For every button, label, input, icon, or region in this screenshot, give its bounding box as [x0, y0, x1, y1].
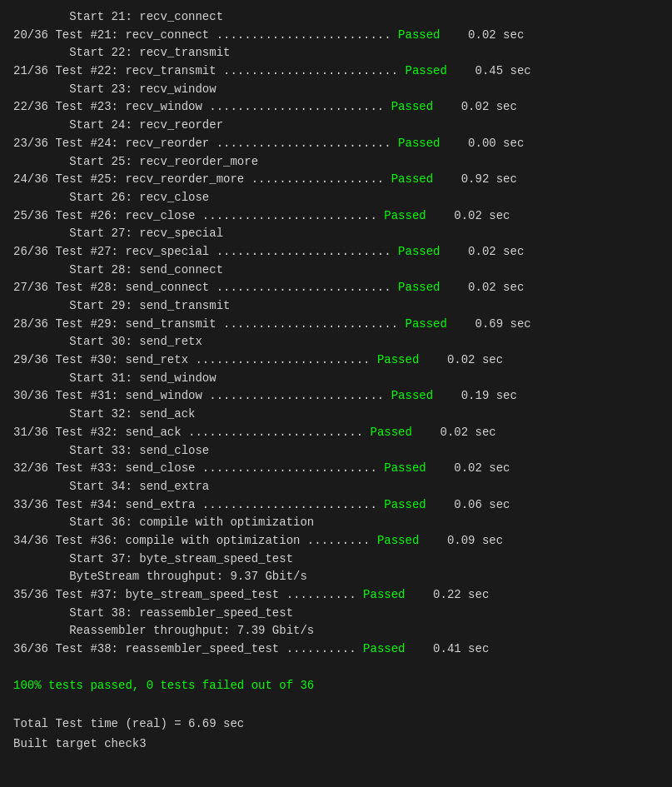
test-time: 0.02 sec	[426, 209, 510, 222]
test-info: 22/36 Test #23: recv_window ............…	[13, 100, 391, 113]
start-line: Start 24: recv_reorder	[13, 117, 659, 135]
throughput-line: Reassembler throughput: 7.39 Gbit/s	[13, 622, 659, 640]
test-info: 27/36 Test #28: send_connect ...........…	[13, 281, 398, 294]
test-info: 25/36 Test #26: recv_close .............…	[13, 209, 384, 222]
test-result-line: 24/36 Test #25: recv_reorder_more ......…	[13, 171, 659, 189]
status-badge: Passed	[363, 588, 405, 601]
test-time: 0.22 sec	[406, 588, 490, 601]
test-time: 0.02 sec	[441, 28, 525, 42]
status-badge: Passed	[384, 498, 426, 511]
test-info: 31/36 Test #32: send_ack ...............…	[13, 426, 370, 439]
test-time: 0.92 sec	[433, 172, 517, 186]
start-line: Start 36: compile with optimization	[13, 514, 659, 532]
summary-line: 100% tests passed, 0 tests failed out of…	[13, 676, 659, 696]
start-line: Start 22: recv_transmit	[13, 44, 659, 62]
test-result-line: 22/36 Test #23: recv_window ............…	[13, 98, 659, 117]
status-badge: Passed	[391, 172, 433, 186]
total-time-line: Total Test time (real) = 6.69 sec	[13, 715, 659, 735]
test-info: 21/36 Test #22: recv_transmit ..........…	[13, 64, 405, 77]
test-info: 28/36 Test #29: send_transmit ..........…	[13, 317, 405, 331]
start-line: Start 26: recv_close	[13, 189, 659, 207]
test-info: 30/36 Test #31: send_window ............…	[13, 389, 391, 402]
start-line: Start 32: send_ack	[13, 406, 659, 424]
test-time: 0.02 sec	[412, 426, 496, 439]
start-line: Start 23: recv_window	[13, 81, 659, 99]
test-result-line: 28/36 Test #29: send_transmit ..........…	[13, 316, 659, 334]
start-line: Start 27: recv_special	[13, 225, 659, 243]
test-result-line: 31/36 Test #32: send_ack ...............…	[13, 424, 659, 442]
test-info: 34/36 Test #36: compile with optimizatio…	[13, 534, 377, 547]
test-time: 0.19 sec	[433, 389, 517, 402]
start-line: Start 30: send_retx	[13, 333, 659, 351]
test-time: 0.02 sec	[419, 353, 503, 366]
status-badge: Passed	[398, 137, 440, 150]
test-time: 0.02 sec	[426, 461, 510, 475]
built-target-line: Built target check3	[13, 735, 659, 755]
test-result-line: 34/36 Test #36: compile with optimizatio…	[13, 532, 659, 550]
start-line: Start 28: send_connect	[13, 262, 659, 280]
test-time: 0.09 sec	[419, 534, 503, 547]
status-badge: Passed	[377, 353, 419, 366]
empty-line	[13, 659, 659, 677]
status-badge: Passed	[398, 281, 440, 294]
test-result-line: 36/36 Test #38: reassembler_speed_test .…	[13, 640, 659, 659]
status-badge: Passed	[391, 100, 433, 113]
test-result-line: 27/36 Test #28: send_connect ...........…	[13, 279, 659, 297]
test-result-line: 32/36 Test #33: send_close .............…	[13, 460, 659, 478]
status-badge: Passed	[384, 461, 426, 475]
status-badge: Passed	[370, 426, 411, 439]
start-line: Start 33: send_close	[13, 442, 659, 461]
test-result-line: 29/36 Test #30: send_retx ..............…	[13, 351, 659, 370]
test-info: 35/36 Test #37: byte_stream_speed_test .…	[13, 588, 363, 601]
status-badge: Passed	[363, 642, 405, 655]
status-badge: Passed	[398, 28, 440, 42]
test-result-line: 30/36 Test #31: send_window ............…	[13, 387, 659, 406]
status-badge: Passed	[398, 245, 440, 258]
test-info: 29/36 Test #30: send_retx ..............…	[13, 353, 377, 366]
status-badge: Passed	[377, 534, 419, 547]
test-time: 0.02 sec	[433, 100, 517, 113]
test-result-line: 26/36 Test #27: recv_special ...........…	[13, 243, 659, 262]
test-info: 36/36 Test #38: reassembler_speed_test .…	[13, 642, 363, 655]
start-line: Start 34: send_extra	[13, 478, 659, 496]
start-line: Start 37: byte_stream_speed_test	[13, 550, 659, 569]
test-result-line: 21/36 Test #22: recv_transmit ..........…	[13, 62, 659, 81]
test-time: 0.69 sec	[447, 317, 531, 331]
test-time: 0.06 sec	[426, 498, 510, 511]
start-line: Start 31: send_window	[13, 370, 659, 388]
test-time: 0.00 sec	[441, 137, 525, 150]
start-line: Start 29: send_transmit	[13, 297, 659, 316]
test-result-line: 20/36 Test #21: recv_connect ...........…	[13, 27, 659, 45]
test-info: 23/36 Test #24: recv_reorder ...........…	[13, 137, 398, 150]
start-line: Start 25: recv_reorder_more	[13, 153, 659, 172]
test-time: 0.41 sec	[406, 642, 490, 655]
test-time: 0.45 sec	[447, 64, 531, 77]
test-info: 33/36 Test #34: send_extra .............…	[13, 498, 384, 511]
test-result-line: 25/36 Test #26: recv_close .............…	[13, 207, 659, 226]
start-line: Start 38: reassembler_speed_test	[13, 605, 659, 623]
status-badge: Passed	[405, 64, 446, 77]
start-line: Start 21: recv_connect	[13, 8, 659, 27]
throughput-line: ByteStream throughput: 9.37 Gbit/s	[13, 568, 659, 586]
terminal-output: Start 21: recv_connect20/36 Test #21: re…	[13, 8, 659, 755]
test-info: 20/36 Test #21: recv_connect ...........…	[13, 28, 398, 42]
test-info: 26/36 Test #27: recv_special ...........…	[13, 245, 398, 258]
test-result-line: 23/36 Test #24: recv_reorder ...........…	[13, 135, 659, 153]
status-badge: Passed	[405, 317, 446, 331]
test-result-line: 35/36 Test #37: byte_stream_speed_test .…	[13, 586, 659, 605]
test-time: 0.02 sec	[441, 245, 525, 258]
status-badge: Passed	[384, 209, 426, 222]
test-time: 0.02 sec	[441, 281, 525, 294]
test-result-line: 33/36 Test #34: send_extra .............…	[13, 496, 659, 515]
empty-line-2	[13, 696, 659, 715]
test-info: 32/36 Test #33: send_close .............…	[13, 461, 384, 475]
test-info: 24/36 Test #25: recv_reorder_more ......…	[13, 172, 391, 186]
status-badge: Passed	[391, 389, 433, 402]
